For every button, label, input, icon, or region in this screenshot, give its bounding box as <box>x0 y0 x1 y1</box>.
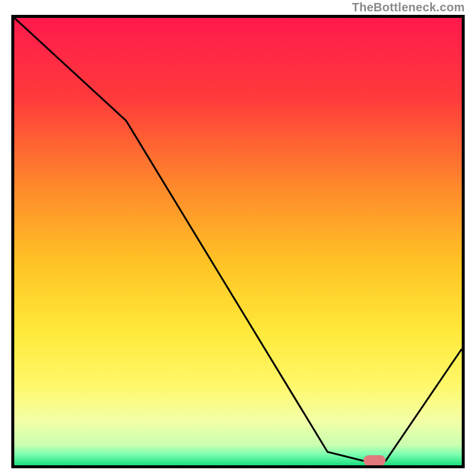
plot-frame <box>11 15 465 468</box>
curve-layer <box>14 18 462 465</box>
watermark-text: TheBottleneck.com <box>352 0 465 15</box>
optimal-range-marker <box>364 455 386 466</box>
bottleneck-curve <box>14 18 462 461</box>
chart-container: TheBottleneck.com <box>0 0 476 476</box>
